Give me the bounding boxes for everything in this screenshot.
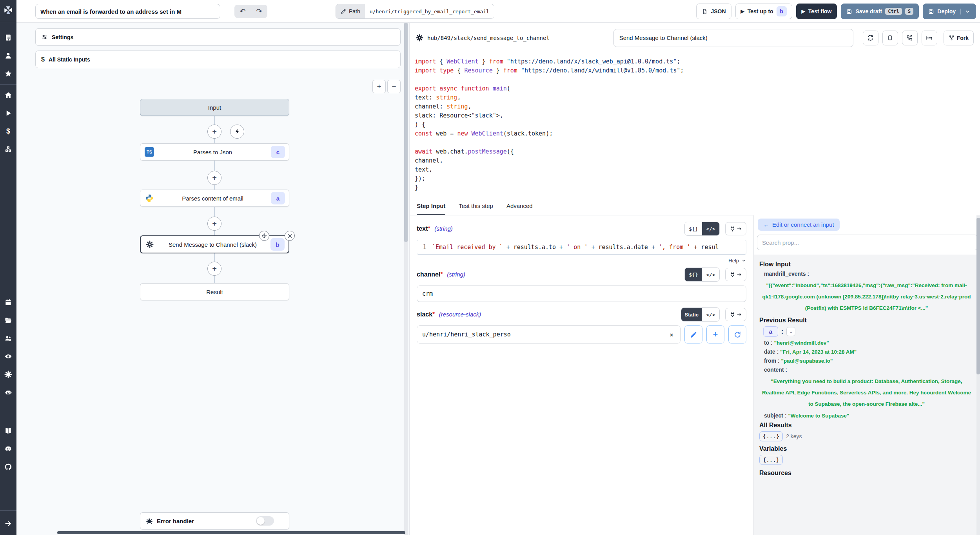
variables-object-chip[interactable]: {...} <box>759 455 783 465</box>
add-step-button[interactable]: + <box>207 262 221 276</box>
docs-book-icon[interactable] <box>0 422 16 440</box>
error-handler-node[interactable]: Error handler <box>140 512 289 530</box>
undo-button[interactable]: ↶ <box>234 5 251 18</box>
code-editor[interactable]: import { WebClient } from "https://deno.… <box>410 53 980 198</box>
home-icon[interactable] <box>0 86 16 104</box>
test-flow-button[interactable]: ▶ Test flow <box>796 4 837 19</box>
tab-step-input[interactable]: Step Input <box>417 198 445 215</box>
prop-value-date[interactable]: "Fri, Apr 14, 2023 at 10:28 AM" <box>780 349 857 355</box>
slack-code-mode[interactable]: </> <box>702 308 719 321</box>
slack-connect-button[interactable] <box>725 308 746 321</box>
slack-resource-input[interactable]: u/henri/henri_slack_perso ✕ <box>417 325 681 343</box>
error-handler-toggle[interactable] <box>256 516 274 526</box>
flow-panel-scrollbar[interactable] <box>404 23 408 535</box>
channel-connect-button[interactable] <box>725 268 746 281</box>
add-step-button[interactable]: + <box>207 217 221 231</box>
move-step-handle[interactable] <box>259 231 269 241</box>
prop-value-subject[interactable]: "Welcome to Supabase" <box>788 413 849 419</box>
prop-entry-date[interactable]: date : "Fri, Apr 14, 2023 at 10:28 AM" <box>764 349 971 355</box>
prop-value-to[interactable]: "henri@windmill.dev" <box>774 340 829 346</box>
delete-step-button[interactable] <box>285 231 295 241</box>
text-connect-button[interactable] <box>725 222 746 235</box>
redo-button[interactable]: ↷ <box>251 5 267 18</box>
add-resource-button[interactable]: + <box>706 325 724 343</box>
sync-refresh-button[interactable] <box>863 31 878 45</box>
json-button[interactable]: JSON <box>696 4 731 19</box>
variables-dollar-icon[interactable]: $ <box>0 122 16 140</box>
prop-value-content[interactable]: "Everything you need to build a product:… <box>762 376 971 410</box>
prop-panel-scrollbar[interactable] <box>976 215 980 535</box>
tab-test-this-step[interactable]: Test this step <box>459 198 493 215</box>
line-number: 1 <box>417 244 432 251</box>
zoom-in-button[interactable]: + <box>372 80 386 93</box>
slack-static-mode[interactable]: Static <box>681 308 702 321</box>
test-up-to-button[interactable]: ▶ Test up to b <box>735 4 792 19</box>
discord-icon[interactable] <box>0 440 16 458</box>
flow-settings-button[interactable]: Settings <box>35 28 401 46</box>
text-code-mode[interactable]: </> <box>702 222 719 235</box>
all-static-inputs-button[interactable]: $ All Static Inputs <box>35 51 401 68</box>
sliders-icon <box>41 34 48 40</box>
previous-result-heading: Previous Result <box>759 317 971 324</box>
channel-template-mode[interactable]: ${} <box>685 268 702 281</box>
edit-or-connect-button[interactable]: ← Edit or connect an input <box>758 219 840 231</box>
favorites-star-icon[interactable] <box>0 65 16 83</box>
path-value[interactable]: u/henri/triggered_by_email_report_email <box>365 4 494 18</box>
zoom-out-button[interactable]: − <box>387 80 401 93</box>
dollar-icon: $ <box>41 56 45 63</box>
save-draft-button[interactable]: Save draft Ctrl S <box>841 4 919 19</box>
expand-arrow-icon[interactable] <box>0 512 16 535</box>
tab-advanced[interactable]: Advanced <box>506 198 533 215</box>
collapse-button[interactable]: - <box>786 327 795 336</box>
pencil-icon <box>690 331 697 338</box>
sleep-bed-button[interactable] <box>922 31 937 45</box>
channel-code-mode[interactable]: </> <box>702 268 719 281</box>
path-pill[interactable]: Path u/henri/triggered_by_email_report_e… <box>336 4 494 19</box>
refresh-resource-button[interactable] <box>728 325 746 343</box>
workspace-icon[interactable] <box>0 29 16 47</box>
schedules-calendar-icon[interactable] <box>0 293 16 311</box>
user-icon[interactable] <box>0 47 16 65</box>
settings-gear-icon[interactable] <box>0 365 16 383</box>
flow-panel-hscrollbar[interactable] <box>57 531 405 534</box>
prop-value-from[interactable]: "paul@supabase.io" <box>781 358 833 364</box>
help-link[interactable]: Help <box>728 258 739 264</box>
resources-cubes-icon[interactable] <box>0 140 16 158</box>
deploy-dropdown[interactable] <box>960 9 971 14</box>
windmill-logo-icon[interactable] <box>0 0 16 20</box>
flow-title-input[interactable] <box>35 4 220 19</box>
add-step-button[interactable]: + <box>207 125 221 139</box>
trigger-bolt-button[interactable] <box>230 125 244 139</box>
groups-icon[interactable] <box>0 329 16 347</box>
prop-entry-subject[interactable]: subject : "Welcome to Supabase" <box>764 412 971 419</box>
flow-node-input[interactable]: Input <box>140 99 289 116</box>
prop-entry-content[interactable]: content : <box>764 367 971 373</box>
module-box-button[interactable] <box>882 31 898 45</box>
runs-play-icon[interactable] <box>0 104 16 122</box>
trigger-phone-button[interactable] <box>902 31 918 45</box>
text-expression-editor[interactable]: 1 `Email received by ` + results.a.to + … <box>417 240 746 255</box>
fork-button[interactable]: Fork <box>944 31 974 45</box>
search-prop-input[interactable] <box>757 235 978 250</box>
channel-input[interactable] <box>417 286 746 302</box>
prop-entry-to[interactable]: to : "henri@windmill.dev" <box>764 340 971 346</box>
flow-node-parses-to-json[interactable]: TS Parses to Json c <box>140 143 289 161</box>
clear-icon[interactable]: ✕ <box>668 331 675 338</box>
flow-node-result[interactable]: Result <box>140 283 289 300</box>
flow-node-parses-content[interactable]: Parses content of email a <box>140 190 289 207</box>
workers-robot-icon[interactable] <box>0 383 16 401</box>
prop-value-mandrill-events[interactable]: "[{"event":"inbound","ts":1683819426,"ms… <box>762 280 971 314</box>
windmill-flow-editor: $ <box>0 0 980 535</box>
github-icon[interactable] <box>0 458 16 476</box>
add-step-button[interactable]: + <box>207 171 221 185</box>
step-badge-a[interactable]: a <box>763 326 778 337</box>
audit-eye-icon[interactable] <box>0 347 16 365</box>
prop-entry-mandrill-events[interactable]: mandrill_events : <box>764 271 971 277</box>
edit-resource-button[interactable] <box>684 325 702 343</box>
text-template-mode[interactable]: ${} <box>685 222 702 235</box>
prop-entry-from[interactable]: from : "paul@supabase.io" <box>764 358 971 364</box>
deploy-button[interactable]: Deploy <box>923 4 976 19</box>
folders-icon[interactable] <box>0 311 16 329</box>
all-results-object-chip[interactable]: {...} <box>759 431 783 441</box>
step-name-input[interactable] <box>613 29 853 47</box>
